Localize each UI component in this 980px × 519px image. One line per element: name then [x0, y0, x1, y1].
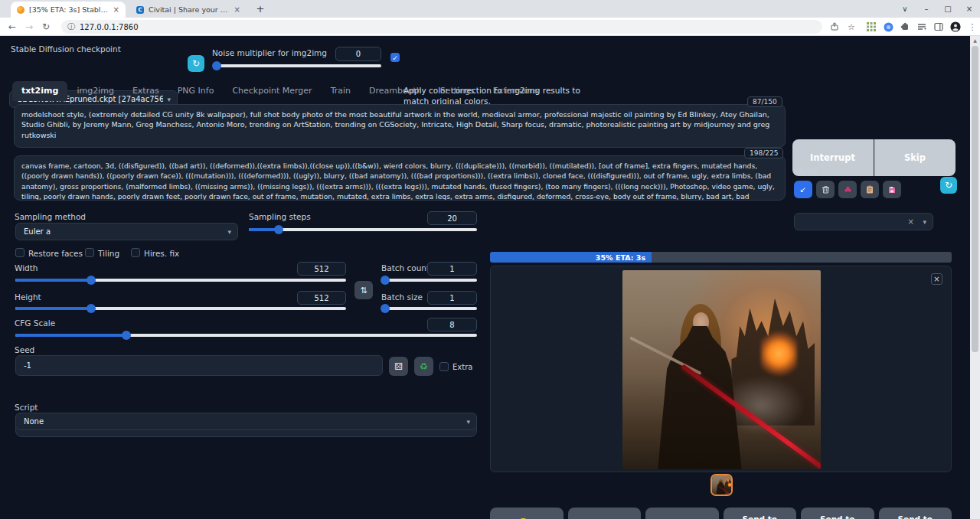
extra-seed-checkbox[interactable]	[439, 362, 449, 371]
clear-prompt-button[interactable]	[816, 181, 835, 198]
window-close-button[interactable]: ×	[959, 0, 980, 18]
slider-knob[interactable]	[381, 304, 390, 313]
scrollbar-thumb[interactable]	[972, 46, 978, 352]
gallery-thumbnail[interactable]	[710, 474, 733, 496]
slider-knob[interactable]	[381, 276, 390, 285]
slider-knob[interactable]	[212, 61, 221, 70]
send-to-extras-button[interactable]: Send to extras	[879, 508, 952, 519]
save-style-button[interactable]	[883, 181, 901, 198]
share-icon[interactable]	[828, 21, 841, 33]
tab-settings[interactable]: Settings	[431, 81, 484, 101]
extra-networks-button[interactable]	[838, 181, 857, 198]
slider-fill	[15, 279, 91, 282]
browser-menu-icon[interactable]: ⋮	[966, 21, 978, 33]
live-preview-image[interactable]	[622, 270, 821, 469]
noise-multiplier-value[interactable]: 0	[335, 47, 381, 61]
width-slider[interactable]	[15, 279, 346, 282]
tab-dreambooth[interactable]: Dreambooth	[360, 81, 431, 101]
clear-styles-icon[interactable]: ×	[908, 217, 914, 226]
swap-dimensions-button[interactable]: ⇅	[354, 281, 373, 299]
sampling-method-value: Euler a	[24, 227, 51, 236]
hires-fix-checkbox[interactable]	[131, 248, 140, 257]
blue-extension-icon[interactable]	[882, 21, 894, 33]
tab-checkpoint-merger[interactable]: Checkpoint Merger	[223, 81, 321, 101]
floppy-save-icon	[888, 186, 896, 194]
tab-txt2img[interactable]: txt2img	[12, 81, 67, 101]
sampling-steps-slider[interactable]	[249, 228, 477, 231]
slider-knob[interactable]	[87, 276, 96, 285]
window-minimize-button[interactable]: –	[916, 0, 937, 18]
scroll-up-icon[interactable]: ▲	[970, 38, 980, 43]
reuse-seed-button[interactable]: ♻	[414, 357, 433, 376]
refresh-checkpoints-button[interactable]: ↻	[188, 55, 204, 72]
script-value: None	[24, 417, 44, 426]
refresh-icon: ↻	[945, 180, 952, 191]
styles-dropdown[interactable]: × ▾	[794, 213, 933, 230]
sampling-steps-value[interactable]: 20	[427, 211, 477, 225]
seed-input[interactable]	[15, 355, 383, 376]
reading-list-icon[interactable]	[916, 21, 928, 33]
restore-faces-checkbox[interactable]	[15, 248, 24, 257]
batch-count-slider[interactable]	[381, 279, 477, 282]
extension-grid-icon[interactable]	[865, 21, 877, 33]
batch-size-value[interactable]: 1	[427, 291, 477, 305]
negative-prompt-input[interactable]: canvas frame, cartoon, 3d, ((disfigured)…	[14, 155, 786, 201]
color-correction-checkbox[interactable]: ✓	[390, 53, 400, 62]
forward-icon[interactable]: →	[21, 18, 37, 36]
tab-extras[interactable]: Extras	[123, 81, 168, 101]
tab-extensions[interactable]: Extensions	[484, 81, 548, 101]
height-label: Height	[15, 292, 41, 302]
width-value[interactable]: 512	[297, 262, 346, 276]
script-dropdown[interactable]: None ▾	[15, 413, 477, 430]
batch-size-slider[interactable]	[381, 307, 477, 310]
checkpoint-label: Stable Diffusion checkpoint	[11, 44, 121, 54]
zip-button[interactable]: Zip	[645, 508, 719, 519]
window-menu-icon[interactable]: ∨	[894, 0, 916, 18]
address-bar[interactable]: ⓘ 127.0.0.1:7860	[61, 20, 822, 34]
tab-train[interactable]: Train	[322, 81, 360, 101]
site-info-icon[interactable]: ⓘ	[67, 21, 75, 32]
noise-multiplier-label: Noise multiplier for img2img	[212, 48, 327, 57]
back-icon[interactable]: ←	[5, 18, 20, 36]
window-restore-button[interactable]: □	[937, 0, 959, 18]
apply-style-button[interactable]	[861, 181, 879, 198]
height-slider[interactable]	[15, 307, 346, 310]
sampling-method-label: Sampling method	[15, 212, 86, 221]
browser-tab-civitai[interactable]: C Civitai | Share your models ×	[130, 2, 247, 18]
reload-icon[interactable]: ↻	[38, 18, 54, 36]
new-tab-button[interactable]: +	[254, 3, 266, 15]
paste-generation-params-button[interactable]: ↙	[794, 181, 812, 198]
noise-multiplier-slider[interactable]	[215, 64, 381, 67]
page-scrollbar[interactable]: ▲	[970, 36, 980, 519]
height-value[interactable]: 512	[297, 291, 346, 305]
send-to-img2img-button[interactable]: Send to img2img	[724, 508, 797, 519]
refresh-styles-button[interactable]: ↻	[940, 177, 957, 194]
tab-img2img[interactable]: img2img	[67, 81, 123, 101]
sampling-method-dropdown[interactable]: Euler a ▾	[15, 223, 238, 240]
tab-png-info[interactable]: PNG Info	[168, 81, 224, 101]
tiling-checkbox[interactable]	[85, 248, 94, 257]
open-folder-button[interactable]	[490, 508, 564, 519]
batch-count-value[interactable]: 1	[427, 262, 477, 276]
browser-tab-stable-diffusion[interactable]: [35% ETA: 3s] Stable Diffusion ×	[11, 2, 126, 18]
slider-knob[interactable]	[122, 331, 131, 340]
save-button[interactable]: Save	[568, 508, 642, 519]
cfg-scale-label: CFG Scale	[15, 318, 55, 328]
side-panel-icon[interactable]	[933, 21, 945, 33]
random-seed-button[interactable]: ⚄	[389, 357, 408, 376]
cfg-scale-value[interactable]: 8	[427, 318, 477, 331]
prompt-tool-buttons: ↙	[794, 181, 901, 198]
slider-knob[interactable]	[274, 225, 283, 234]
swap-icon: ⇅	[360, 286, 367, 295]
bookmark-star-icon[interactable]: ☆	[845, 21, 858, 33]
send-to-inpaint-button[interactable]: Send to inpaint	[801, 508, 874, 519]
skip-button[interactable]: Skip	[874, 139, 956, 176]
puzzle-extensions-icon[interactable]	[899, 21, 911, 33]
tab-close-icon[interactable]: ×	[113, 6, 119, 14]
cfg-scale-slider[interactable]	[15, 334, 477, 337]
prompt-input[interactable]: modelshoot style, (extremely detailed CG…	[14, 104, 786, 148]
profile-avatar[interactable]	[949, 21, 962, 33]
tab-close-icon[interactable]: ×	[234, 6, 240, 14]
close-preview-button[interactable]: ×	[931, 273, 942, 285]
slider-knob[interactable]	[87, 304, 96, 313]
